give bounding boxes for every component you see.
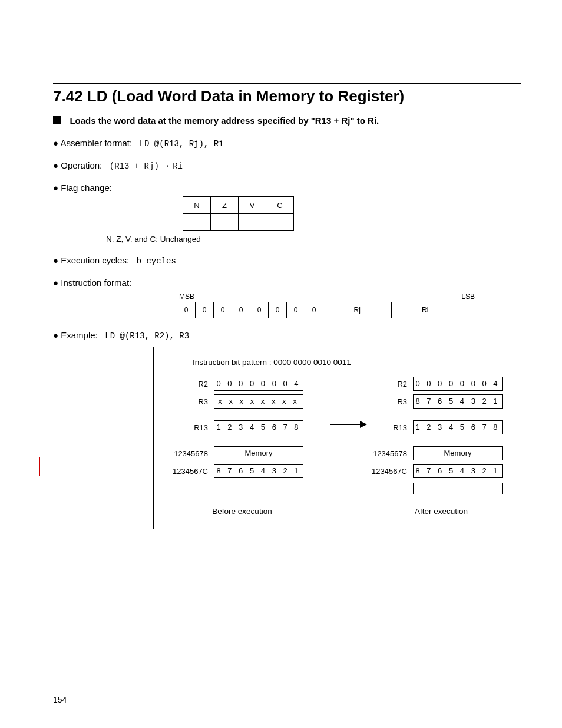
example-panel: Instruction bit pattern : 0000 0000 0010… — [153, 347, 530, 529]
addr1-after: 12345678 — [365, 449, 413, 458]
flag-val-v: – — [239, 214, 266, 231]
instruction-format: MSB LSB 0 0 0 0 0 0 0 0 Rj Ri — [153, 292, 483, 318]
addr2-before: 1234567C — [166, 467, 214, 476]
fmt-bits-row: 0 0 0 0 0 0 0 0 Rj Ri — [177, 302, 459, 318]
lab-r2-before: R2 — [166, 380, 214, 388]
summary-text: Loads the word data at the memory addres… — [70, 116, 379, 126]
addr1-before: 12345678 — [166, 449, 214, 458]
mem-tail-after — [413, 483, 503, 494]
flags-label-text: Flag change: — [61, 183, 112, 193]
fmt-label-text: Instruction format: — [61, 278, 131, 288]
operation-lhs: (R13 + Rj) — [110, 162, 159, 171]
fmt-bit-15: 0 — [177, 302, 196, 318]
right-arrow-icon — [330, 424, 366, 425]
operation-label-text: Operation: — [61, 160, 102, 170]
before-column: R2 0 0 0 0 0 0 0 4 R3 x x x x x x x x R1… — [166, 375, 319, 516]
lab-r3-after: R3 — [365, 397, 413, 406]
flag-val-z: – — [211, 214, 239, 231]
assembler-label: ● Assembler format: LD @(R13, Rj), Ri — [53, 138, 521, 149]
fmt-field-ri: Ri — [392, 302, 459, 318]
val-r13-before: 1 2 3 4 5 6 7 8 — [214, 420, 303, 434]
mem2-after: 8 7 6 5 4 3 2 1 — [413, 464, 503, 478]
fmt-bit-11: 0 — [250, 302, 269, 318]
fmt-bit-9: 0 — [287, 302, 305, 318]
flag-val-n: – — [183, 214, 211, 231]
addr2-after: 1234567C — [365, 467, 413, 476]
mem1-before: Memory — [214, 446, 303, 460]
assembler-format: LD @(R13, Rj), Ri — [140, 139, 224, 149]
flag-col-c: C — [266, 197, 294, 214]
val-r3-after: 8 7 6 5 4 3 2 1 — [413, 394, 503, 409]
val-r13-after: 1 2 3 4 5 6 7 8 — [413, 420, 503, 434]
cycles-value: b cycles — [137, 256, 176, 266]
flags-note: N, Z, V, and C: Unchanged — [106, 235, 521, 243]
lab-r3-before: R3 — [166, 397, 214, 406]
lab-r13-after: R13 — [365, 423, 413, 432]
example-label-text: Example: — [61, 330, 98, 340]
flag-col-z: Z — [211, 197, 239, 214]
lsb-label: LSB — [461, 292, 475, 301]
fmt-bit-13: 0 — [214, 302, 232, 318]
before-title: Before execution — [166, 507, 319, 516]
after-title: After execution — [365, 507, 518, 516]
val-r2-after: 0 0 0 0 0 0 0 4 — [413, 377, 503, 391]
fmt-bit-10: 0 — [269, 302, 287, 318]
example-label: ● Example: LD @(R13, R2), R3 — [53, 330, 521, 341]
val-r2-before: 0 0 0 0 0 0 0 4 — [214, 377, 303, 391]
example-asm: LD @(R13, R2), R3 — [105, 331, 189, 341]
after-column: R2 0 0 0 0 0 0 0 4 R3 8 7 6 5 4 3 2 1 R1… — [365, 375, 518, 516]
lab-r13-before: R13 — [166, 423, 214, 432]
flag-col-n: N — [183, 197, 211, 214]
revision-bar-icon — [39, 457, 40, 476]
fmt-label: ● Instruction format: — [53, 278, 521, 288]
title-row: 7.42 LD (Load Word Data in Memory to Reg… — [53, 84, 521, 107]
rule-bottom — [53, 107, 521, 107]
mem1-after: Memory — [413, 446, 503, 460]
page-number: 154 — [53, 695, 67, 704]
fmt-bit-12: 0 — [232, 302, 250, 318]
msb-label: MSB — [179, 292, 194, 301]
arrow-icon: → — [161, 160, 170, 170]
lab-r2-after: R2 — [365, 380, 413, 388]
flag-table: N Z V C – – – – — [183, 196, 294, 231]
cycles-label: ● Execution cycles: b cycles — [53, 255, 521, 266]
mem2-before: 8 7 6 5 4 3 2 1 — [214, 464, 303, 478]
fmt-field-rj: Rj — [323, 302, 392, 318]
cycles-label-text: Execution cycles: — [61, 255, 129, 265]
flag-col-v: V — [239, 197, 266, 214]
operation-rhs: Ri — [173, 162, 183, 171]
example-caption: Instruction bit pattern : 0000 0000 0010… — [193, 358, 518, 367]
flag-val-c: – — [266, 214, 294, 231]
fmt-bit-8: 0 — [305, 302, 323, 318]
flags-label: ● Flag change: — [53, 183, 521, 193]
summary-line: Loads the word data at the memory addres… — [53, 116, 521, 126]
operation-label: ● Operation: (R13 + Rj) → Ri — [53, 160, 521, 171]
mem-tail-before — [214, 483, 303, 494]
page: 7.42 LD (Load Word Data in Memory to Reg… — [0, 0, 562, 728]
square-bullet-icon — [53, 116, 61, 124]
val-r3-before: x x x x x x x x — [214, 394, 303, 409]
assembler-label-text: Assembler format: — [60, 138, 132, 148]
instr-mnemonic: 7.42 LD (Load Word Data in Memory to Reg… — [53, 87, 404, 106]
fmt-bit-14: 0 — [196, 302, 214, 318]
